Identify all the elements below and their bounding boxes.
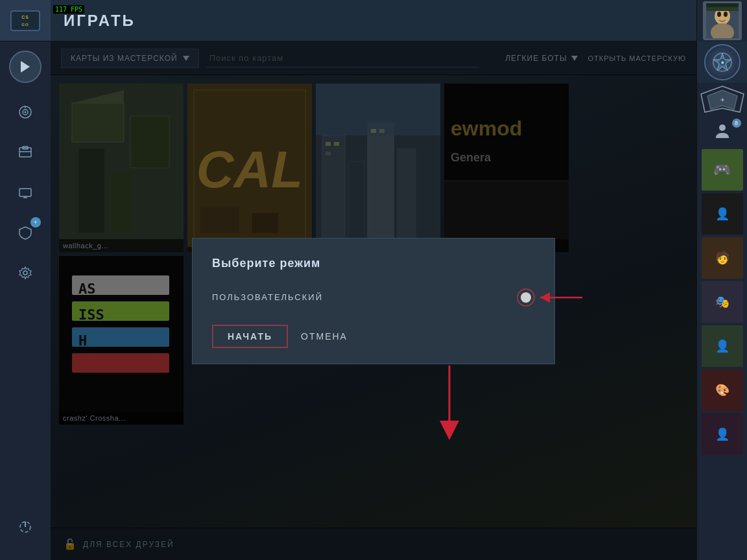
- user-avatar[interactable]: [697, 0, 748, 41]
- modal-overlay: Выберите режим ПОЛЬЗОВАТЕЛЬСКИЙ: [51, 41, 696, 560]
- rank-display: ✈: [697, 83, 748, 115]
- friend-avatar-7[interactable]: 👤: [702, 414, 743, 455]
- power-button[interactable]: [12, 507, 39, 547]
- friends-panel[interactable]: 8: [697, 115, 748, 148]
- cancel-button[interactable]: ОТМЕНА: [301, 331, 348, 342]
- svg-point-20: [717, 12, 721, 17]
- svg-text:GO: GO: [21, 23, 29, 27]
- svg-rect-11: [19, 189, 31, 196]
- rank-badge: ★: [697, 41, 748, 83]
- svg-point-21: [724, 12, 728, 17]
- mode-selection-modal: Выберите режим ПОЛЬЗОВАТЕЛЬСКИЙ: [192, 238, 555, 364]
- radio-selected-indicator: [521, 292, 531, 303]
- modal-title: Выберите режим: [212, 257, 535, 270]
- csgo-logo: CS GO: [9, 8, 42, 34]
- logo-area: CS GO: [0, 0, 51, 41]
- svg-marker-73: [540, 292, 550, 303]
- svg-text:✈: ✈: [720, 97, 724, 103]
- modal-option-row: ПОЛЬЗОВАТЕЛЬСКИЙ: [212, 288, 535, 307]
- svg-point-14: [23, 271, 27, 275]
- svg-rect-0: [11, 11, 40, 30]
- play-button[interactable]: [9, 51, 42, 83]
- radio-icon[interactable]: [12, 99, 39, 126]
- friend-avatar-6[interactable]: 🎨: [702, 369, 743, 411]
- svg-point-6: [25, 111, 27, 113]
- option-label: ПОЛЬЗОВАТЕЛЬСКИЙ: [212, 292, 323, 302]
- settings-icon[interactable]: [12, 259, 39, 286]
- left-sidebar: CS GO +: [0, 0, 51, 560]
- modal-buttons: НАЧАТЬ ОТМЕНА: [212, 325, 535, 348]
- inventory-icon[interactable]: [12, 139, 39, 166]
- friend-avatar-3[interactable]: 🧑: [702, 237, 743, 279]
- shield-badge: +: [30, 217, 41, 228]
- shield-icon[interactable]: +: [12, 219, 39, 246]
- svg-marker-3: [21, 61, 30, 73]
- main-content: КАРТЫ ИЗ МАСТЕРСКОЙ ЛЕГКИЕ БОТЫ ОТКРЫТЬ …: [51, 41, 696, 560]
- radio-button-custom[interactable]: [517, 288, 535, 307]
- svg-text:★: ★: [720, 60, 725, 65]
- svg-point-31: [719, 124, 726, 131]
- friend-avatar-5[interactable]: 👤: [702, 325, 743, 367]
- fps-counter: 117 FPS: [53, 5, 84, 14]
- right-sidebar: ★ ✈ 8 🎮 👤 🧑 🎭 👤 🎨 👤: [696, 0, 747, 560]
- tv-icon[interactable]: [12, 179, 39, 206]
- arrow-annotation: [540, 288, 592, 307]
- svg-text:CS: CS: [21, 15, 29, 19]
- friend-avatar-1[interactable]: 🎮: [702, 149, 743, 191]
- friends-count-badge: 8: [732, 119, 741, 128]
- topbar: ИГРАТЬ: [51, 0, 747, 41]
- friend-avatar-2[interactable]: 👤: [702, 193, 743, 235]
- page-title: ИГРАТЬ: [64, 12, 136, 30]
- friend-avatar-4[interactable]: 🎭: [702, 281, 743, 323]
- start-button[interactable]: НАЧАТЬ: [212, 325, 288, 348]
- svg-rect-23: [706, 3, 739, 7]
